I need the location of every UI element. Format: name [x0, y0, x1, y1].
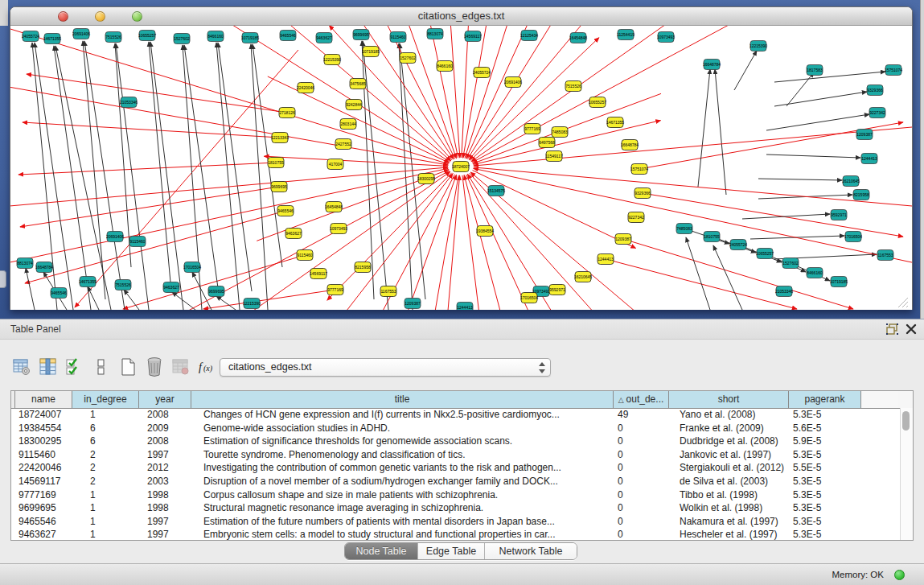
- network-node[interactable]: 9465546: [280, 31, 296, 41]
- network-node[interactable]: 14671355: [43, 34, 61, 44]
- float-panel-icon[interactable]: [886, 323, 898, 335]
- network-node[interactable]: 9329366: [634, 188, 651, 199]
- table-mode-icon[interactable]: [11, 355, 32, 379]
- column-header-in-degree[interactable]: in_degree: [72, 391, 139, 408]
- network-node[interactable]: 14569117: [464, 31, 482, 42]
- column-header-name[interactable]: name: [15, 391, 72, 408]
- network-node[interactable]: 11254419: [617, 30, 634, 40]
- network-node[interactable]: 9115460: [297, 250, 313, 261]
- network-node[interactable]: 14671355: [606, 117, 624, 128]
- table-row[interactable]: 1938455462009Genome-wide association stu…: [11, 422, 901, 435]
- network-canvas[interactable]: 2405572414671355206914067515526106552571…: [10, 26, 912, 310]
- close-window-button[interactable]: [58, 11, 68, 22]
- network-node[interactable]: 21053346: [775, 286, 793, 297]
- network-node[interactable]: 12215390: [323, 55, 341, 65]
- network-node[interactable]: 12215390: [243, 299, 261, 309]
- network-node[interactable]: 9115460: [129, 237, 146, 247]
- resize-grip-icon[interactable]: [895, 298, 910, 307]
- network-node[interactable]: 10719185: [362, 47, 380, 57]
- network-node[interactable]: 9465546: [51, 288, 67, 299]
- network-node[interactable]: 1209387: [856, 130, 873, 140]
- table-row[interactable]: 977716911998Corpus callosum shape and si…: [11, 488, 901, 502]
- table-row[interactable]: 946362711997Embryonic stem cells: a mode…: [11, 528, 901, 541]
- network-node[interactable]: 20691406: [72, 29, 90, 39]
- network-node[interactable]: 15751074: [630, 164, 648, 175]
- network-node[interactable]: 1244413: [598, 254, 614, 265]
- network-node[interactable]: 9699695: [271, 182, 287, 192]
- network-node[interactable]: 6497568: [539, 138, 555, 148]
- network-node[interactable]: 9227342: [628, 212, 644, 223]
- network-node[interactable]: 7515526: [105, 32, 121, 43]
- tab-edge-table[interactable]: Edge Table: [417, 543, 484, 559]
- network-node[interactable]: 11549117: [545, 151, 563, 162]
- network-node[interactable]: 9463627: [285, 229, 302, 239]
- network-node[interactable]: 10719185: [830, 277, 848, 287]
- network-node[interactable]: 9463627: [316, 33, 332, 43]
- network-node[interactable]: 16648784: [703, 60, 721, 70]
- network-node[interactable]: 8466160: [207, 31, 224, 42]
- network-node[interactable]: 9592971: [549, 285, 565, 295]
- network-node[interactable]: 15134575: [487, 186, 505, 196]
- network-node[interactable]: 24055724: [473, 68, 491, 78]
- table-row[interactable]: 1456911722003Disruption of a novel membe…: [11, 475, 901, 488]
- network-node[interactable]: 9699695: [353, 30, 369, 40]
- zoom-window-button[interactable]: [132, 11, 142, 22]
- table-row[interactable]: 946554611997Estimation of the future num…: [11, 515, 901, 529]
- network-node[interactable]: 3475685: [350, 79, 366, 89]
- network-node[interactable]: 19384554: [476, 226, 494, 237]
- network-node[interactable]: 21053346: [120, 97, 138, 108]
- table-row[interactable]: 911546021997Tourette syndrome. Phenomeno…: [11, 448, 901, 462]
- tab-network-table[interactable]: Network Table: [484, 543, 577, 559]
- close-panel-icon[interactable]: [906, 323, 917, 335]
- network-node[interactable]: 9227342: [869, 108, 885, 118]
- network-node[interactable]: 12213343: [271, 133, 289, 143]
- network-node[interactable]: 17016504: [520, 293, 538, 303]
- network-node[interactable]: 10973493: [330, 224, 347, 234]
- network-node[interactable]: 17016504: [844, 232, 862, 242]
- network-node[interactable]: 2427552: [335, 139, 351, 150]
- network-node[interactable]: 18300295: [417, 174, 435, 184]
- network-node[interactable]: 16210645: [574, 272, 592, 282]
- network-node[interactable]: 17016504: [183, 262, 201, 273]
- network-node[interactable]: 16454848: [325, 202, 343, 212]
- network-node[interactable]: 9115460: [390, 32, 406, 43]
- network-node[interactable]: 1244413: [861, 154, 877, 164]
- network-node[interactable]: 7485083: [676, 224, 692, 234]
- network-node[interactable]: 1209387: [405, 299, 421, 309]
- table-scrollbar-thumb[interactable]: [902, 411, 910, 431]
- network-node[interactable]: 1810755: [704, 232, 720, 242]
- column-header-pagerank[interactable]: pagerank: [789, 391, 861, 408]
- network-node[interactable]: 10719185: [241, 33, 259, 43]
- column-header-short[interactable]: short: [669, 391, 789, 408]
- network-node[interactable]: 1209387: [615, 234, 631, 245]
- table-row[interactable]: 1872400712008Changes of HCN gene express…: [11, 408, 901, 422]
- network-node[interactable]: 16454848: [569, 33, 587, 43]
- network-node[interactable]: 1817583: [807, 65, 823, 76]
- network-node[interactable]: 9463627: [163, 282, 179, 293]
- network-node[interactable]: 24055724: [729, 240, 747, 250]
- network-node[interactable]: 8813074: [17, 258, 33, 269]
- network-node[interactable]: 12215390: [749, 41, 767, 51]
- network-node[interactable]: 16648784: [35, 262, 53, 273]
- rows-icon[interactable]: [91, 355, 112, 379]
- network-node[interactable]: 8466160: [437, 61, 453, 72]
- network-node[interactable]: 16648784: [621, 140, 639, 150]
- network-node[interactable]: 1527602: [174, 34, 190, 44]
- delete-column-icon[interactable]: [144, 355, 165, 379]
- network-node[interactable]: 417004: [327, 159, 343, 170]
- network-node[interactable]: 2718126: [279, 108, 295, 118]
- network-node[interactable]: 22420046: [297, 83, 314, 93]
- network-node[interactable]: 1527602: [400, 53, 416, 64]
- column-visibility-icon[interactable]: [38, 355, 59, 379]
- network-node[interactable]: 20691406: [106, 232, 124, 242]
- network-node[interactable]: 10655257: [138, 31, 156, 41]
- network-node[interactable]: 1244413: [457, 303, 473, 311]
- network-node[interactable]: 8466160: [807, 268, 823, 278]
- network-node[interactable]: 10973493: [657, 32, 675, 43]
- network-node[interactable]: 14569117: [310, 269, 327, 279]
- table-row[interactable]: 1830029562008Estimation of significance …: [11, 435, 901, 448]
- column-header-out-de-[interactable]: △out_de...: [614, 391, 669, 408]
- table-scrollbar[interactable]: [900, 408, 913, 540]
- network-window[interactable]: citations_edges.txt 24055724146713552069…: [10, 6, 913, 310]
- network-node[interactable]: 1167553: [877, 250, 893, 261]
